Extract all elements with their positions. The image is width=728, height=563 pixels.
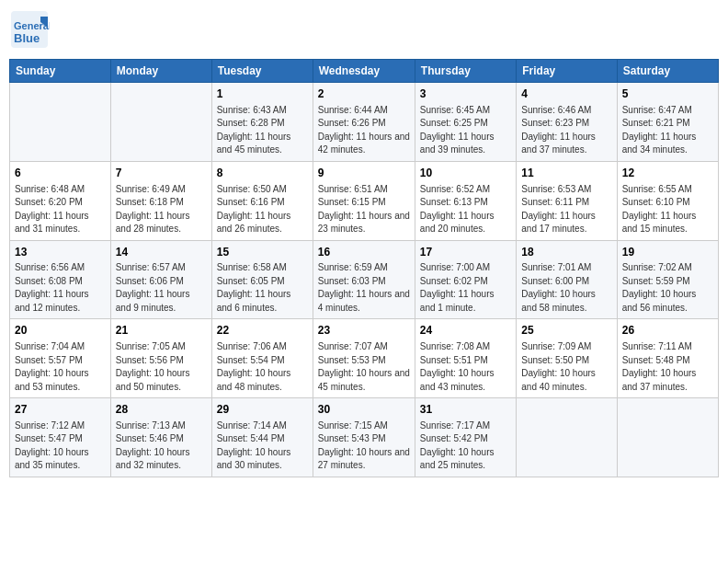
day-number: 16: [318, 245, 410, 260]
calendar-cell: 31Sunrise: 7:17 AMSunset: 5:42 PMDayligh…: [415, 398, 516, 477]
day-content: Sunrise: 7:17 AMSunset: 5:42 PMDaylight:…: [420, 419, 511, 473]
day-content: Sunrise: 6:59 AMSunset: 6:03 PMDaylight:…: [318, 261, 410, 315]
calendar-cell: 5Sunrise: 6:47 AMSunset: 6:21 PMDaylight…: [617, 83, 718, 162]
calendar-week: 1Sunrise: 6:43 AMSunset: 6:28 PMDaylight…: [10, 83, 719, 162]
day-content: Sunrise: 7:01 AMSunset: 6:00 PMDaylight:…: [521, 261, 611, 315]
day-content: Sunrise: 7:07 AMSunset: 5:53 PMDaylight:…: [318, 340, 410, 394]
calendar-cell: 10Sunrise: 6:52 AMSunset: 6:13 PMDayligh…: [415, 161, 516, 240]
calendar-cell: 9Sunrise: 6:51 AMSunset: 6:15 PMDaylight…: [313, 161, 415, 240]
day-number: 26: [622, 323, 713, 339]
weekday-header: Friday: [517, 60, 617, 83]
calendar-table: SundayMondayTuesdayWednesdayThursdayFrid…: [9, 59, 719, 477]
calendar-cell: 15Sunrise: 6:58 AMSunset: 6:05 PMDayligh…: [211, 240, 313, 319]
calendar-cell: [617, 398, 718, 477]
day-content: Sunrise: 6:49 AMSunset: 6:18 PMDaylight:…: [116, 183, 207, 236]
day-content: Sunrise: 6:51 AMSunset: 6:15 PMDaylight:…: [318, 183, 410, 236]
day-content: Sunrise: 6:45 AMSunset: 6:25 PMDaylight:…: [420, 104, 511, 157]
calendar-cell: 22Sunrise: 7:06 AMSunset: 5:54 PMDayligh…: [211, 319, 313, 398]
day-content: Sunrise: 6:50 AMSunset: 6:16 PMDaylight:…: [217, 183, 308, 236]
day-content: Sunrise: 7:12 AMSunset: 5:47 PMDaylight:…: [15, 419, 106, 473]
day-content: Sunrise: 6:48 AMSunset: 6:20 PMDaylight:…: [15, 183, 106, 236]
day-content: Sunrise: 6:46 AMSunset: 6:23 PMDaylight:…: [521, 104, 611, 157]
calendar-cell: 29Sunrise: 7:14 AMSunset: 5:44 PMDayligh…: [211, 398, 313, 477]
day-content: Sunrise: 7:09 AMSunset: 5:50 PMDaylight:…: [521, 340, 611, 394]
calendar-cell: 6Sunrise: 6:48 AMSunset: 6:20 PMDaylight…: [10, 161, 111, 240]
day-number: 23: [318, 323, 410, 339]
calendar-cell: 20Sunrise: 7:04 AMSunset: 5:57 PMDayligh…: [10, 319, 111, 398]
day-content: Sunrise: 6:47 AMSunset: 6:21 PMDaylight:…: [622, 104, 713, 157]
day-number: 24: [420, 323, 511, 339]
weekday-header: Saturday: [617, 60, 718, 83]
calendar-week: 13Sunrise: 6:56 AMSunset: 6:08 PMDayligh…: [10, 240, 719, 319]
calendar-cell: 30Sunrise: 7:15 AMSunset: 5:43 PMDayligh…: [313, 398, 415, 477]
day-number: 4: [521, 86, 611, 102]
weekday-header: Thursday: [415, 60, 516, 83]
day-number: 20: [15, 323, 106, 339]
calendar-week: 27Sunrise: 7:12 AMSunset: 5:47 PMDayligh…: [10, 398, 719, 477]
weekday-header: Tuesday: [211, 60, 313, 83]
day-number: 22: [217, 323, 308, 339]
day-number: 8: [217, 166, 308, 181]
day-number: 25: [521, 323, 611, 339]
day-number: 28: [116, 402, 207, 418]
day-number: 3: [420, 86, 511, 102]
svg-text:Blue: Blue: [14, 31, 40, 45]
calendar-cell: 24Sunrise: 7:08 AMSunset: 5:51 PMDayligh…: [415, 319, 516, 398]
weekday-header: Sunday: [10, 60, 111, 83]
day-number: 2: [318, 86, 410, 102]
day-content: Sunrise: 7:15 AMSunset: 5:43 PMDaylight:…: [318, 419, 410, 473]
day-number: 27: [15, 402, 106, 418]
calendar-cell: 4Sunrise: 6:46 AMSunset: 6:23 PMDaylight…: [517, 83, 617, 162]
day-number: 13: [15, 245, 106, 260]
day-content: Sunrise: 6:55 AMSunset: 6:10 PMDaylight:…: [622, 183, 713, 236]
day-number: 7: [116, 166, 207, 181]
day-number: 15: [217, 245, 308, 260]
day-content: Sunrise: 7:13 AMSunset: 5:46 PMDaylight:…: [116, 419, 207, 473]
calendar-cell: 2Sunrise: 6:44 AMSunset: 6:26 PMDaylight…: [313, 83, 415, 162]
weekday-header: Wednesday: [313, 60, 415, 83]
day-number: 17: [420, 245, 511, 260]
page-header: General Blue: [9, 9, 719, 50]
calendar-cell: 16Sunrise: 6:59 AMSunset: 6:03 PMDayligh…: [313, 240, 415, 319]
calendar-cell: 12Sunrise: 6:55 AMSunset: 6:10 PMDayligh…: [617, 161, 718, 240]
calendar-cell: 21Sunrise: 7:05 AMSunset: 5:56 PMDayligh…: [110, 319, 211, 398]
day-number: 14: [116, 245, 207, 260]
calendar-cell: 1Sunrise: 6:43 AMSunset: 6:28 PMDaylight…: [211, 83, 313, 162]
calendar-cell: [10, 83, 111, 162]
day-content: Sunrise: 6:56 AMSunset: 6:08 PMDaylight:…: [15, 261, 106, 315]
day-content: Sunrise: 6:44 AMSunset: 6:26 PMDaylight:…: [318, 104, 410, 157]
day-content: Sunrise: 7:06 AMSunset: 5:54 PMDaylight:…: [217, 340, 308, 394]
day-number: 29: [217, 402, 308, 418]
calendar-header: SundayMondayTuesdayWednesdayThursdayFrid…: [10, 60, 719, 83]
calendar-week: 6Sunrise: 6:48 AMSunset: 6:20 PMDaylight…: [10, 161, 719, 240]
calendar-cell: [517, 398, 617, 477]
calendar-cell: 19Sunrise: 7:02 AMSunset: 5:59 PMDayligh…: [617, 240, 718, 319]
calendar-cell: 11Sunrise: 6:53 AMSunset: 6:11 PMDayligh…: [517, 161, 617, 240]
calendar-cell: 3Sunrise: 6:45 AMSunset: 6:25 PMDaylight…: [415, 83, 516, 162]
day-number: 6: [15, 166, 106, 181]
day-content: Sunrise: 7:02 AMSunset: 5:59 PMDaylight:…: [622, 261, 713, 315]
day-content: Sunrise: 6:52 AMSunset: 6:13 PMDaylight:…: [420, 183, 511, 236]
day-content: Sunrise: 7:05 AMSunset: 5:56 PMDaylight:…: [116, 340, 207, 394]
calendar-cell: 23Sunrise: 7:07 AMSunset: 5:53 PMDayligh…: [313, 319, 415, 398]
day-content: Sunrise: 7:04 AMSunset: 5:57 PMDaylight:…: [15, 340, 106, 394]
day-content: Sunrise: 7:08 AMSunset: 5:51 PMDaylight:…: [420, 340, 511, 394]
day-number: 12: [622, 166, 713, 181]
day-number: 5: [622, 86, 713, 102]
day-content: Sunrise: 7:14 AMSunset: 5:44 PMDaylight:…: [217, 419, 308, 473]
day-content: Sunrise: 6:57 AMSunset: 6:06 PMDaylight:…: [116, 261, 207, 315]
calendar-cell: 13Sunrise: 6:56 AMSunset: 6:08 PMDayligh…: [10, 240, 111, 319]
day-number: 19: [622, 245, 713, 260]
weekday-header: Monday: [110, 60, 211, 83]
calendar-cell: 17Sunrise: 7:00 AMSunset: 6:02 PMDayligh…: [415, 240, 516, 319]
day-content: Sunrise: 7:11 AMSunset: 5:48 PMDaylight:…: [622, 340, 713, 394]
calendar-cell: 25Sunrise: 7:09 AMSunset: 5:50 PMDayligh…: [517, 319, 617, 398]
day-number: 11: [521, 166, 611, 181]
day-number: 9: [318, 166, 410, 181]
day-number: 10: [420, 166, 511, 181]
day-number: 30: [318, 402, 410, 418]
calendar-cell: 26Sunrise: 7:11 AMSunset: 5:48 PMDayligh…: [617, 319, 718, 398]
day-content: Sunrise: 7:00 AMSunset: 6:02 PMDaylight:…: [420, 261, 511, 315]
day-number: 18: [521, 245, 611, 260]
calendar-cell: 18Sunrise: 7:01 AMSunset: 6:00 PMDayligh…: [517, 240, 617, 319]
